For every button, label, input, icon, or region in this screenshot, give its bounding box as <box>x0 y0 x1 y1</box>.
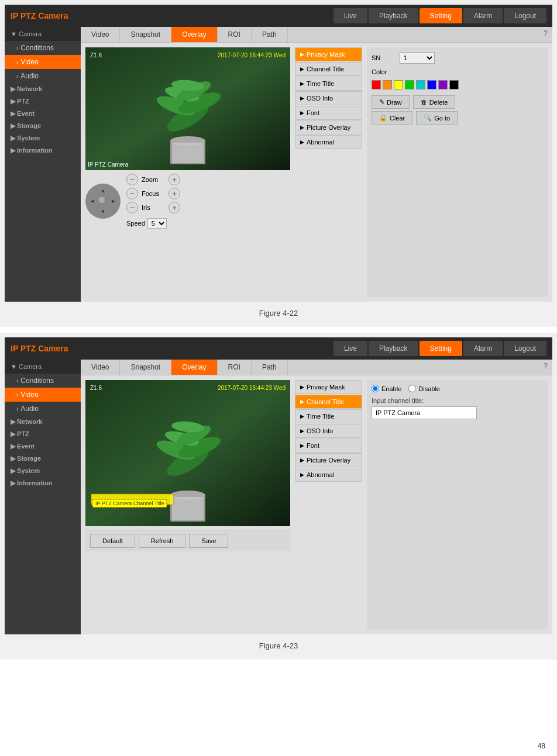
sidebar-item-audio-2[interactable]: › Audio <box>5 402 81 416</box>
delete-button[interactable]: 🗑 Delete <box>413 95 456 109</box>
menu-time-title-1[interactable]: ▶ Time Title <box>295 77 362 91</box>
color-green[interactable] <box>405 80 414 89</box>
sub-tab-overlay-2[interactable]: Overlay <box>171 360 217 375</box>
zoom-minus[interactable]: − <box>126 174 138 185</box>
nav-tab-setting-1[interactable]: Setting <box>420 8 462 23</box>
menu-font-2[interactable]: ▶ Font <box>295 439 362 453</box>
goto-label: Go to <box>434 115 450 122</box>
sub-tab-video-2[interactable]: Video <box>81 360 120 375</box>
arrow-picture-2: ▶ <box>300 457 304 463</box>
nav-tabs-1: Live Playback Setting Alarm Logout <box>333 8 546 23</box>
speed-select[interactable]: 5 <box>147 218 167 229</box>
nav-tab-playback-1[interactable]: Playback <box>369 8 418 23</box>
sidebar-section-information-2[interactable]: ▶ Information <box>5 477 81 489</box>
sidebar-section-ptz-2[interactable]: ▶ PTZ <box>5 428 81 440</box>
sub-tab-video-1[interactable]: Video <box>81 27 120 42</box>
menu-privacy-mask-1[interactable]: ▶ Privacy Mask <box>295 47 362 61</box>
clear-button[interactable]: 🔒 Clear <box>372 111 412 125</box>
arrow-icon-audio-1: › <box>16 73 18 80</box>
disable-radio[interactable] <box>408 385 416 392</box>
sub-tab-snapshot-2[interactable]: Snapshot <box>120 360 171 375</box>
joystick-1[interactable]: ▲ ◄ ► ▼ <box>85 184 121 219</box>
channel-title-overlay-2: IP PTZ Camera Channel Title <box>92 499 167 508</box>
zoom-plus[interactable]: + <box>169 174 180 185</box>
sub-tab-roi-2[interactable]: ROI <box>218 360 252 375</box>
focus-minus[interactable]: − <box>126 188 138 199</box>
arrow-channel-2: ▶ <box>300 399 304 405</box>
color-purple[interactable] <box>438 80 448 89</box>
sidebar-section-storage-1[interactable]: ▶ Storage <box>5 120 81 132</box>
sidebar-section-event-2[interactable]: ▶ Event <box>5 440 81 453</box>
sidebar-item-conditions-2[interactable]: › Conditions <box>5 374 81 388</box>
save-button[interactable]: Save <box>189 534 228 548</box>
sidebar-section-event-1[interactable]: ▶ Event <box>5 108 81 120</box>
nav-tab-alarm-1[interactable]: Alarm <box>463 8 503 23</box>
goto-button[interactable]: 🔍 Go to <box>416 111 458 125</box>
iris-minus[interactable]: − <box>126 202 138 213</box>
nav-tab-logout-2[interactable]: Logout <box>504 341 546 356</box>
menu-picture-overlay-2[interactable]: ▶ Picture Overlay <box>295 453 362 467</box>
sn-select[interactable]: 1 <box>400 52 435 64</box>
sidebar-section-ptz-1[interactable]: ▶ PTZ <box>5 95 81 108</box>
focus-plus[interactable]: + <box>169 188 180 199</box>
sidebar-section-storage-2[interactable]: ▶ Storage <box>5 453 81 465</box>
default-button[interactable]: Default <box>90 534 135 548</box>
menu-label-font-1: Font <box>307 109 319 116</box>
enable-radio[interactable] <box>372 385 379 392</box>
color-blue[interactable] <box>427 80 436 89</box>
menu-abnormal-1[interactable]: ▶ Abnormal <box>295 135 362 149</box>
iris-plus[interactable]: + <box>169 202 180 213</box>
nav-tab-live-1[interactable]: Live <box>333 8 367 23</box>
j-down-1[interactable]: ▼ <box>98 206 108 217</box>
sidebar-section-system-2[interactable]: ▶ System <box>5 465 81 477</box>
j-up-1[interactable]: ▲ <box>98 185 108 196</box>
sidebar-section-network-2[interactable]: ▶ Network <box>5 416 81 428</box>
video-feed-inner-1: 2017-07-20 16:44:23 Wed Z1.6 IP PTZ Came… <box>85 47 290 170</box>
channel-title-input[interactable] <box>372 406 477 419</box>
j-center-1[interactable] <box>98 196 106 204</box>
menu-channel-title-1[interactable]: ▶ Channel Title <box>295 62 362 76</box>
sidebar-item-conditions-1[interactable]: › Conditions <box>5 41 81 55</box>
sub-tab-snapshot-1[interactable]: Snapshot <box>120 27 171 42</box>
sidebar-section-system-1[interactable]: ▶ System <box>5 132 81 144</box>
j-right-1[interactable]: ► <box>108 196 119 206</box>
nav-tab-alarm-2[interactable]: Alarm <box>463 341 503 356</box>
menu-picture-overlay-1[interactable]: ▶ Picture Overlay <box>295 120 362 134</box>
arrow-icon-video-1: › <box>16 59 18 65</box>
sub-tab-roi-1[interactable]: ROI <box>218 27 252 42</box>
disable-option[interactable]: Disable <box>408 385 440 392</box>
enable-option[interactable]: Enable <box>372 385 401 392</box>
help-icon-2[interactable]: ? <box>539 360 552 375</box>
sub-tab-overlay-1[interactable]: Overlay <box>171 27 217 42</box>
menu-font-1[interactable]: ▶ Font <box>295 106 362 120</box>
menu-channel-title-2[interactable]: ▶ Channel Title <box>295 395 362 409</box>
sidebar-item-audio-1[interactable]: › Audio <box>5 69 81 83</box>
sidebar-item-video-1[interactable]: › Video <box>5 55 81 69</box>
menu-abnormal-2[interactable]: ▶ Abnormal <box>295 468 362 482</box>
color-black[interactable] <box>449 80 459 89</box>
refresh-button[interactable]: Refresh <box>139 534 186 548</box>
color-red[interactable] <box>372 80 381 89</box>
menu-osd-info-1[interactable]: ▶ OSD Info <box>295 91 362 105</box>
sidebar-section-network-1[interactable]: ▶ Network <box>5 83 81 95</box>
help-icon-1[interactable]: ? <box>539 27 552 42</box>
color-cyan[interactable] <box>416 80 425 89</box>
menu-time-title-2[interactable]: ▶ Time Title <box>295 409 362 423</box>
color-orange[interactable] <box>383 80 392 89</box>
sub-tab-path-1[interactable]: Path <box>252 27 288 42</box>
menu-osd-info-2[interactable]: ▶ OSD Info <box>295 424 362 438</box>
nav-tab-setting-2[interactable]: Setting <box>420 341 462 356</box>
sub-tab-path-2[interactable]: Path <box>252 360 288 375</box>
nav-tab-playback-2[interactable]: Playback <box>369 341 418 356</box>
draw-button[interactable]: ✎ Draw <box>372 95 410 109</box>
sidebar-item-video-2[interactable]: › Video <box>5 388 81 402</box>
sidebar-section-information-1[interactable]: ▶ Information <box>5 144 81 157</box>
menu-privacy-mask-2[interactable]: ▶ Privacy Mask <box>295 380 362 394</box>
nav-tab-live-2[interactable]: Live <box>333 341 367 356</box>
focus-control-row: − Focus + <box>126 188 180 199</box>
color-yellow[interactable] <box>394 80 403 89</box>
arrow-font-1: ▶ <box>300 110 304 116</box>
nav-tab-logout-1[interactable]: Logout <box>504 8 546 23</box>
j-left-1[interactable]: ◄ <box>87 196 98 206</box>
overlay-menu-1: ▶ Privacy Mask ▶ Channel Title ▶ Time Ti… <box>295 47 362 297</box>
